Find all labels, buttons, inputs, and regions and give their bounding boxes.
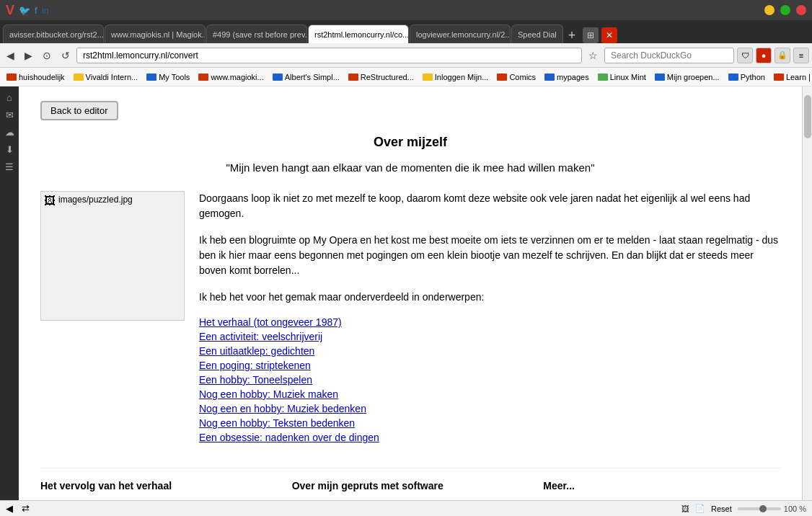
topic-link-3[interactable]: Een poging: striptekenen (199, 360, 311, 371)
intro-paragraph-1: Doorgaans loop ik niet zo met mezelf te … (199, 191, 780, 221)
bookmark-comics[interactable]: Comics (493, 71, 539, 83)
bookmark-linuxmint[interactable]: Linux Mint (594, 71, 650, 83)
status-icon-1: 🖼 (681, 504, 689, 513)
window-controls (764, 5, 806, 15)
back-to-editor-button[interactable]: Back to editor (40, 101, 118, 120)
bookmark-favicon-11 (655, 74, 665, 81)
bookmark-vivaldi[interactable]: Vivaldi Intern... (70, 71, 142, 83)
tab-5[interactable]: Speed Dial (511, 25, 563, 43)
topic-link-8[interactable]: Een obsessie: nadenken over de dingen (199, 432, 379, 443)
bookmark-restructured[interactable]: ReStructured... (345, 71, 418, 83)
bookmark-mytools[interactable]: My Tools (143, 71, 193, 83)
bookmark-alberts[interactable]: Albert's Simpl... (269, 71, 343, 83)
bookmark-magioki[interactable]: www.magioki... (195, 71, 267, 83)
home-button[interactable]: ⊙ (39, 48, 55, 63)
bookmark-python[interactable]: Python (725, 71, 769, 83)
extension-icon-1[interactable]: 🛡 (737, 48, 753, 63)
topic-link-2[interactable]: Een uitlaatklep: gedichten (199, 345, 314, 357)
bookmark-learncodec[interactable]: Learn | Codec... (770, 71, 812, 83)
minimize-button[interactable] (764, 5, 775, 15)
maximize-button[interactable] (780, 5, 790, 15)
topic-link-7[interactable]: Nog een hobby: Teksten bedenken (199, 417, 355, 429)
bookmark-mijngroepen[interactable]: Mijn groepen... (651, 71, 723, 83)
tab-4[interactable]: logviewer.lemoncurry.nl/2... (410, 25, 511, 43)
new-tab-button[interactable]: + (564, 28, 581, 43)
image-label: images/puzzled.jpg (58, 195, 133, 205)
bottom-col-2-title: Meer... (543, 480, 780, 491)
zoom-slider-thumb (759, 505, 767, 512)
status-swap-button[interactable]: ⇄ (22, 503, 30, 514)
tab-1[interactable]: www.magiokis.nl | Magiok... (105, 25, 206, 43)
text-section: Doorgaans loop ik niet zo met mezelf te … (199, 191, 780, 446)
topic-link-1[interactable]: Een activiteit: veelschrijverij (199, 331, 322, 342)
tab-strip: avisser.bitbucket.org/rst2... www.magiok… (0, 20, 812, 43)
zoom-level: 100 % (784, 504, 806, 513)
extension-icon-4[interactable]: ≡ (793, 48, 809, 63)
linkedin-icon: in (42, 5, 49, 16)
tab-2[interactable]: #499 (save rst before prev... (206, 25, 307, 43)
sidebar-icon-notes[interactable]: ☰ (1, 159, 17, 174)
title-bar: V 🐦 f in (0, 0, 812, 20)
browser-extension-icons: 🛡 ● 🔒 ≡ (737, 48, 809, 63)
topic-link-6[interactable]: Nog een en hobby: Muziek bedenken (199, 403, 366, 414)
close-all-icon: ✕ (606, 30, 613, 40)
bookmark-favicon-1 (6, 74, 17, 81)
bookmark-inloggen[interactable]: Inloggen Mijn... (419, 71, 493, 83)
tab-manager-button[interactable]: ⊞ (583, 27, 599, 43)
bookmark-favicon-4 (198, 74, 208, 81)
bookmarks-bar: huishoudelijk Vivaldi Intern... My Tools… (0, 68, 812, 86)
url-bar[interactable] (76, 48, 582, 63)
scrollbar[interactable] (802, 86, 812, 516)
topic-link-list: Het verhaal (tot ongeveer 1987) Een acti… (199, 316, 780, 443)
topic-link-0[interactable]: Het verhaal (tot ongeveer 1987) (199, 316, 342, 328)
main-content: Back to editor Over mijzelf "Mijn leven … (19, 86, 802, 516)
sidebar: ⌂ ✉ ☁ ⬇ ☰ ⊕ ⚙ (0, 86, 19, 516)
bookmark-mypages[interactable]: mypages (541, 71, 593, 83)
scrollbar-thumb[interactable] (804, 95, 811, 138)
sidebar-icon-cloud[interactable]: ☁ (1, 124, 17, 140)
back-nav-button[interactable]: ◀ (3, 48, 18, 63)
close-button[interactable] (796, 5, 806, 15)
bottom-col-0-title: Het vervolg van het verhaal (40, 480, 278, 491)
page-quote: "Mijn leven hangt aan elkaar van de mome… (40, 161, 780, 174)
status-icon-2: 📄 (695, 504, 705, 513)
status-back-button[interactable]: ◀ (6, 503, 13, 514)
bookmark-favicon-12 (728, 74, 738, 81)
topic-link-4[interactable]: Een hobby: Toneelspelen (199, 374, 312, 386)
content-area: images/puzzled.jpg Doorgaans loop ik nie… (40, 191, 780, 446)
bookmark-favicon-8 (497, 74, 507, 81)
bookmark-favicon-5 (273, 74, 283, 81)
tab-0[interactable]: avisser.bitbucket.org/rst2... (3, 25, 104, 43)
puzzled-image: images/puzzled.jpg (40, 191, 185, 321)
zoom-slider[interactable] (738, 507, 781, 510)
bookmark-favicon-9 (544, 74, 555, 81)
bookmark-favicon-13 (774, 74, 784, 81)
reload-button[interactable]: ↺ (58, 48, 74, 63)
intro-paragraph-2: Ik heb een blogruimte op My Opera en het… (199, 233, 780, 278)
extension-icon-3[interactable]: 🔒 (775, 48, 790, 63)
status-right: 🖼 📄 Reset 100 % (681, 504, 806, 513)
sidebar-icon-home[interactable]: ⌂ (1, 89, 17, 105)
browser-logo: V (6, 3, 14, 18)
status-bar: ◀ ⇄ 🖼 📄 Reset 100 % (0, 500, 812, 516)
layout: ⌂ ✉ ☁ ⬇ ☰ ⊕ ⚙ Back to editor Over mijzel… (0, 86, 812, 516)
bookmark-huishoudelijk[interactable]: huishoudelijk (3, 71, 69, 83)
extension-icon-2[interactable]: ● (756, 48, 772, 63)
bottom-col-1-title: Over mijn gepruts met software (292, 480, 529, 491)
bookmark-favicon-7 (423, 74, 433, 81)
tab-manager-icon: ⊞ (587, 30, 594, 40)
zoom-control: 100 % (738, 504, 806, 513)
sidebar-icon-download[interactable]: ⬇ (1, 141, 17, 157)
facebook-icon: f (35, 5, 37, 16)
topic-link-5[interactable]: Nog een hobby: Muziek maken (199, 388, 338, 400)
tab-3[interactable]: rst2html.lemoncurry.nl/co... (308, 25, 409, 43)
search-input[interactable] (604, 48, 734, 63)
forward-nav-button[interactable]: ▶ (21, 48, 36, 63)
bookmark-favicon-2 (74, 74, 84, 81)
navigation-bar: ◀ ▶ ⊙ ↺ ☆ 🛡 ● 🔒 ≡ (0, 43, 812, 68)
bookmark-favicon-3 (146, 74, 156, 81)
sidebar-icon-mail[interactable]: ✉ (1, 107, 17, 123)
reset-button[interactable]: Reset (711, 504, 732, 513)
close-all-button[interactable]: ✕ (601, 27, 617, 43)
bookmark-button[interactable]: ☆ (585, 48, 601, 63)
